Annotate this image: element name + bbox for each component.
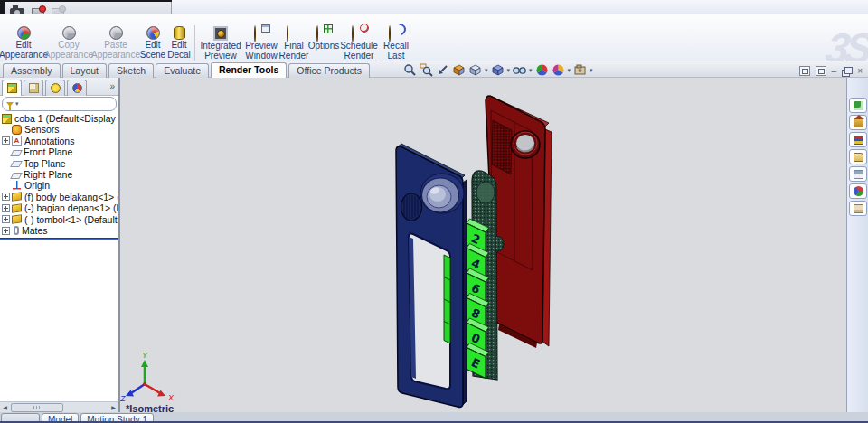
edit-decal-button[interactable]: Edit Decal (167, 25, 191, 61)
assembly-icon (2, 114, 12, 124)
displaymanager-icon (72, 83, 82, 93)
options-button[interactable]: Options (309, 25, 338, 52)
schedule-render-button[interactable]: Schedule Render (340, 25, 378, 61)
panel-overflow-chevron-icon[interactable]: » (109, 81, 115, 91)
triad-x-label: X (167, 393, 175, 402)
preview-window-button[interactable]: Preview Window (244, 25, 278, 61)
part-icon (12, 214, 22, 224)
view-settings-icon[interactable] (572, 63, 588, 77)
tree-item-annotations[interactable]: AAnnotations (0, 136, 118, 146)
section-view-icon[interactable] (451, 63, 467, 77)
triad-z-label: Z (120, 394, 126, 403)
file-explorer-button[interactable] (849, 149, 867, 164)
appearances-scenes-button[interactable] (849, 183, 867, 199)
tab-model[interactable]: Model (42, 413, 79, 423)
tab-render-tools[interactable]: Render Tools (211, 62, 287, 78)
edit-decal-icon (174, 26, 185, 40)
viewport-window-button-2-icon[interactable] (816, 66, 826, 76)
tree-item-front-plane[interactable]: Front Plane (0, 146, 118, 157)
tab-motion-study-1[interactable]: Motion Study 1 (80, 413, 154, 423)
paste-appearance-button: Paste Appearance (93, 25, 138, 61)
edit-scene-label: Edit Scene (140, 41, 165, 60)
tree-filter-box[interactable]: ▾ (2, 97, 117, 111)
heads-up-view-toolbar: ▾ ▾ ▾ ▾ ▾ (402, 63, 594, 77)
tree-item-mates[interactable]: Mates (0, 225, 118, 236)
edit-appearance-headsup-icon[interactable] (534, 63, 550, 77)
zoom-to-area-icon[interactable] (419, 63, 434, 77)
scrollbar-thumb[interactable] (11, 403, 63, 412)
tree-item-origin[interactable]: Origin (0, 180, 118, 191)
camera-lens (420, 174, 464, 213)
model-front-panel-blue[interactable] (396, 144, 467, 408)
view-palette-button[interactable] (849, 166, 867, 182)
preview-window-icon (254, 26, 269, 41)
edit-appearance-button[interactable]: Edit Appearance (3, 25, 44, 61)
expand-icon[interactable] (2, 136, 10, 145)
view-settings-caret-icon[interactable]: ▾ (590, 67, 593, 74)
display-style-caret-icon[interactable]: ▾ (507, 67, 511, 74)
scroll-left-icon[interactable]: ◀ (0, 402, 10, 413)
panel-horizontal-scrollbar[interactable]: ◀ ▶ (0, 401, 118, 412)
tree-item-right-plane[interactable]: Right Plane (0, 169, 118, 180)
apply-scene-caret-icon[interactable]: ▾ (568, 67, 571, 74)
edit-decal-label: Edit Decal (167, 41, 191, 60)
edit-scene-button[interactable]: Edit Scene (140, 25, 165, 61)
display-style-icon[interactable] (490, 63, 505, 77)
tab-layout[interactable]: Layout (62, 63, 108, 78)
displaymanager-tab[interactable] (67, 80, 87, 96)
final-render-button[interactable]: Final Render (280, 25, 307, 61)
custom-properties-button[interactable] (849, 201, 867, 216)
tab-evaluate[interactable]: Evaluate (156, 63, 209, 78)
propertymanager-tab[interactable] (24, 80, 43, 96)
schedule-render-icon (352, 26, 366, 41)
apply-scene-icon[interactable] (551, 63, 566, 77)
graphics-viewport[interactable]: 2 4 6 8 (120, 78, 846, 412)
tab-office-products[interactable]: Office Products (288, 63, 370, 78)
integrated-preview-button[interactable]: Integrated Preview (199, 25, 242, 61)
tree-item-top-plane[interactable]: Top Plane (0, 158, 118, 169)
configurationmanager-icon (51, 83, 61, 93)
design-library-button[interactable] (849, 132, 867, 147)
restore-window-icon[interactable] (842, 67, 852, 76)
options-label: Options (308, 42, 339, 52)
preview-window-label: Preview Window (245, 42, 278, 61)
solidworks-resources-button[interactable] (849, 115, 867, 130)
featuremanager-tree-tab[interactable] (2, 80, 22, 96)
ribbon: Edit Appearance Copy Appearance Paste Ap… (0, 14, 868, 61)
filter-caret-icon[interactable]: ▾ (15, 100, 19, 108)
hide-show-items-icon[interactable] (512, 63, 527, 77)
library-books-icon (854, 136, 863, 145)
viewport-window-button-1-icon[interactable] (799, 66, 810, 76)
part-icon (12, 193, 22, 202)
schedule-render-label: Schedule Render (340, 42, 378, 61)
forum-chat-icon (854, 101, 863, 110)
tab-sketch[interactable]: Sketch (108, 63, 154, 78)
zoom-to-fit-icon[interactable] (402, 63, 418, 77)
rollback-bar[interactable] (0, 238, 118, 240)
close-icon[interactable]: × (857, 67, 863, 76)
command-manager-tab-row: Assembly Layout Sketch Evaluate Render T… (0, 61, 868, 78)
plane-icon (10, 150, 23, 156)
tree-item-bagian-depan[interactable]: (-) bagian depan<1> (Defau (0, 202, 118, 213)
expand-icon[interactable] (2, 215, 10, 223)
view-orientation-icon[interactable] (467, 63, 483, 77)
featuremanager-tree-icon (7, 83, 17, 93)
configurationmanager-tab[interactable] (45, 80, 65, 96)
sensors-icon (12, 125, 22, 135)
3d-model-canvas[interactable]: 2 4 6 8 (120, 78, 846, 412)
tree-item-assembly-root[interactable]: coba 1 (Default<Display State- (0, 113, 118, 124)
minimize-icon[interactable]: – (832, 67, 837, 76)
scroll-right-icon[interactable]: ▶ (108, 402, 118, 413)
hide-show-caret-icon[interactable]: ▾ (529, 67, 533, 74)
tree-item-body-belakang[interactable]: (f) body belakang<1> (Defa (0, 192, 118, 202)
expand-icon[interactable] (2, 193, 10, 201)
expand-icon[interactable] (2, 227, 10, 235)
expand-icon[interactable] (2, 204, 10, 212)
tab-assembly[interactable]: Assembly (3, 63, 61, 78)
forum-button[interactable] (849, 98, 867, 113)
tree-item-tombol[interactable]: (-) tombol<1> (Default<<D (0, 214, 118, 225)
previous-view-icon[interactable] (435, 63, 450, 77)
model-keypad[interactable]: 2 4 6 8 (467, 219, 489, 379)
view-orientation-caret-icon[interactable]: ▾ (485, 67, 488, 74)
tree-item-sensors[interactable]: Sensors (0, 124, 118, 135)
